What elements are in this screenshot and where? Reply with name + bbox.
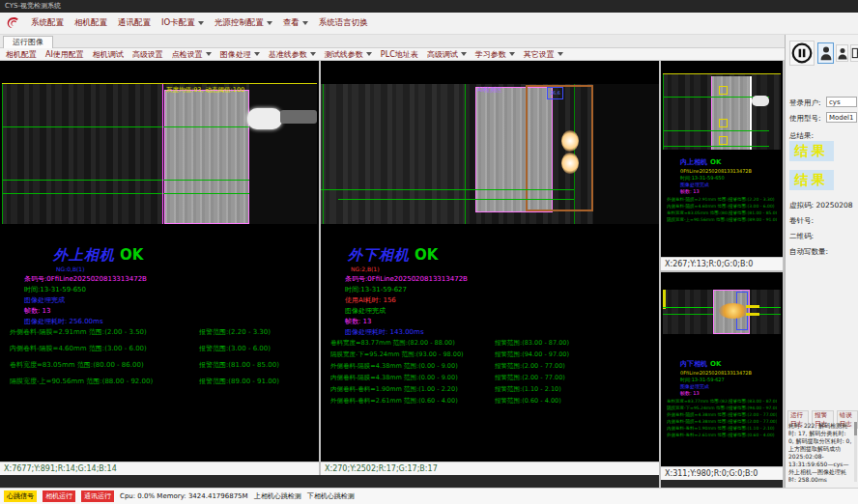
- tool-camera-config[interactable]: 相机配置: [6, 49, 37, 60]
- measurement-value: 外侧卷料-隔膜=2.91mm 范围:(2.00 - 3.50): [667, 196, 729, 203]
- menu-language-switch[interactable]: 系统语言切换: [319, 17, 368, 29]
- tool-ai-config[interactable]: AI使用配置: [45, 49, 84, 60]
- tab-run-image[interactable]: 运行图像: [3, 36, 53, 48]
- measurement-rows: 卷料宽度=83.77mm 范围:(82.00 - 88.00)报警范围:(83.…: [667, 398, 777, 438]
- measurement-value: 内侧卷料-隔膜=4.38mm 范围:(0.00 - 9.00): [667, 418, 729, 425]
- tool-plc-table[interactable]: PLC地址表: [381, 49, 418, 60]
- title-bar: CYS-视觉检测系统: [0, 0, 858, 13]
- measurement-row: 内侧卷料-隔膜=4.60mm 范围:(3.00 - 6.00)报警范围:(3.0…: [667, 203, 777, 210]
- user-manage-button[interactable]: [836, 44, 848, 62]
- process-done-line: 图像处理完成: [24, 295, 65, 305]
- tool-other-settings[interactable]: 其它设置: [524, 49, 563, 60]
- tool-baseline-params[interactable]: 基准线参数: [269, 49, 316, 60]
- weld-highlight: [719, 303, 748, 319]
- tool-image-processing[interactable]: 图像处理: [220, 49, 260, 60]
- machinery-image: 26.6 AI检测区: [321, 84, 659, 224]
- exit-button[interactable]: [850, 44, 858, 62]
- measurement-rows: 外侧卷料-隔膜=2.91mm 范围:(2.00 - 3.50)报警范围:(2.2…: [10, 324, 279, 390]
- measurement-value: 卷料宽度=83.77mm 范围:(82.00 - 88.00): [330, 337, 495, 349]
- white-connector-blob: [247, 108, 282, 129]
- pixel-coordinate-bar: X:7677;Y:891;R:14;G:14;B:14: [0, 462, 319, 475]
- alarm-range: 报警范围:(2.20 - 3.30): [199, 324, 271, 341]
- connector-tail: [280, 110, 317, 124]
- log-scrollbar[interactable]: [854, 422, 857, 482]
- user-icon: [838, 47, 847, 60]
- frame-count-line: 帧数: 13: [24, 306, 51, 316]
- menu-light-config[interactable]: 光源控制配置: [214, 17, 272, 29]
- menu-system-config[interactable]: 系统配置: [31, 17, 64, 29]
- alarm-range: 报警范围:(3.00 - 6.00): [729, 203, 777, 210]
- measurement-row: 隔膜宽度-上=90.56mm 范围:(88.00 - 92.00)报警范围:(8…: [10, 374, 279, 390]
- measurement-value: 外侧卷料-卷料=2.61mm 范围:(0.60 - 4.00): [330, 395, 495, 406]
- measurement-row: 卷料宽度=83.77mm 范围:(82.00 - 88.00)报警范围:(83.…: [667, 398, 777, 405]
- control-dock: 登录用户: cys 使用型号: Model1 总结果: 结果 结果 虚拟码: 2…: [785, 35, 858, 488]
- measurement-row: 外侧卷料-卷料=2.61mm 范围:(0.60 - 4.00)报警范围:(0.6…: [330, 395, 569, 406]
- login-user-field[interactable]: cys: [826, 97, 857, 107]
- gray-threshold-label: 灰度均值:93, 动态阈值:100: [166, 86, 244, 95]
- needle-number-label: 卷针号:: [789, 216, 814, 226]
- alarm-range: 报警范围:(94.00 - 97.00): [729, 405, 777, 411]
- ai-region-label: AI检测区: [477, 86, 502, 95]
- process-done-line: 图像处理完成: [345, 306, 386, 316]
- tool-testline-params[interactable]: 测试线参数: [325, 49, 372, 60]
- window-title: CYS-视觉检测系统: [5, 2, 61, 10]
- measurement-value: 隔膜宽度-下=95.24mm 范围:(93.00 - 98.00): [667, 405, 729, 411]
- result-ok-label: OK: [710, 158, 721, 166]
- measurement-row: 隔膜宽度-下=95.24mm 范围:(93.00 - 98.00)报警范围:(9…: [667, 405, 777, 411]
- tool-advanced-settings[interactable]: 高级设置: [132, 49, 163, 60]
- model-field[interactable]: Model1: [826, 112, 857, 123]
- camera-name-title: 外下相机OK: [348, 246, 438, 265]
- pixel-coordinate-bar: X:270;Y:2502;R:17;G:17;B:17: [321, 462, 659, 475]
- measurement-value: 外侧卷料-卷料=2.61mm 范围:(0.60 - 4.00): [667, 432, 729, 438]
- time-line: 时间:13-31-59-627: [680, 377, 725, 382]
- green-measure-line: [663, 130, 769, 131]
- pause-button[interactable]: [789, 41, 815, 66]
- tool-camera-debug[interactable]: 相机调试: [93, 49, 124, 60]
- yellow-tag: [746, 313, 759, 316]
- alarm-range: 报警范围:(83.00 - 87.00): [729, 398, 777, 405]
- log-scrollbar-thumb[interactable]: [854, 422, 857, 435]
- time-line: 时间:13-31-59-627: [345, 285, 407, 294]
- camera-view-outer-bottom[interactable]: 26.6 AI检测区 外下相机OK NG:2,B(1) 条码号:0FfiLine…: [321, 61, 659, 475]
- barcode-line: 条码号:0FfiLine2025020813313472B: [24, 274, 147, 284]
- total-result-label: 总结果:: [789, 131, 814, 141]
- bottom-filler: [661, 480, 783, 488]
- alarm-range: 报警范围:(3.00 - 6.00): [199, 341, 271, 357]
- yellow-tag: [746, 305, 759, 308]
- menu-io-config[interactable]: IO卡配置: [161, 17, 204, 29]
- orange-roi-box: [526, 85, 593, 211]
- tool-spot-check[interactable]: 点检设置: [172, 49, 212, 60]
- machinery-image: [663, 74, 781, 150]
- menu-camera-config[interactable]: 相机配置: [74, 17, 107, 29]
- user-login-button[interactable]: [817, 42, 834, 64]
- camera-run-badge: 相机运行: [43, 490, 75, 502]
- process-done-line: 图像处理完成: [680, 182, 709, 187]
- machinery-image: [663, 290, 781, 334]
- result-ok-label: OK: [120, 246, 143, 264]
- pixel-coordinate-bar: X:267;Y:13;R:0;G:0;B:0: [661, 257, 783, 270]
- measurement-row: 内侧卷料-隔膜=4.38mm 范围:(0.00 - 9.00)报警范围:(2.0…: [667, 418, 777, 425]
- alarm-range: 报警范围:(83.00 - 87.00): [495, 337, 569, 349]
- alarm-range: 报警范围:(89.00 - 91.00): [729, 216, 777, 223]
- barcode-line: 0FfiLine2025020813313472B: [680, 370, 752, 376]
- app-logo-icon: [5, 15, 20, 31]
- bottom-camera-heartbeat-text: 下相机心跳检测: [307, 491, 355, 501]
- magenta-edge-line: [162, 84, 163, 224]
- measurement-row: 隔膜宽度-上=90.56mm 范围:(88.00 - 92.00)报警范围:(8…: [667, 216, 777, 223]
- tool-advanced-debug[interactable]: 高级调试: [427, 49, 467, 60]
- tool-learn-params[interactable]: 学习参数: [475, 49, 515, 60]
- measurement-value: 卷料宽度=83.77mm 范围:(82.00 - 88.00): [667, 398, 729, 405]
- machinery-image: 灰度均值:93, 动态阈值:100: [2, 84, 317, 224]
- camera-view-inner-top[interactable]: 内上相机OK 0FfiLine2025020813313472B 时间:13-3…: [661, 61, 783, 270]
- measurement-value: 内侧卷料-隔膜=4.60mm 范围:(3.00 - 6.00): [667, 203, 729, 210]
- comm-run-badge: 通讯运行: [81, 490, 114, 502]
- alarm-range: 报警范围:(0.60 - 4.00): [495, 395, 561, 406]
- menu-view[interactable]: 查看: [283, 17, 308, 29]
- menu-comm-config[interactable]: 通讯配置: [118, 17, 151, 29]
- tab-strip: 运行图像: [0, 35, 785, 48]
- camera-name: 内上相机: [680, 158, 707, 166]
- camera-view-inner-bottom[interactable]: 内下相机OK 0FfiLine2025020813313472B 时间:13-3…: [661, 272, 783, 480]
- model-label: 使用型号:: [789, 114, 821, 124]
- camera-view-outer-top[interactable]: 灰度均值:93, 动态阈值:100 外上相机OK NG:0,B(1) 条码号:0…: [0, 61, 319, 475]
- camera-name-title: 内下相机OK: [680, 359, 721, 369]
